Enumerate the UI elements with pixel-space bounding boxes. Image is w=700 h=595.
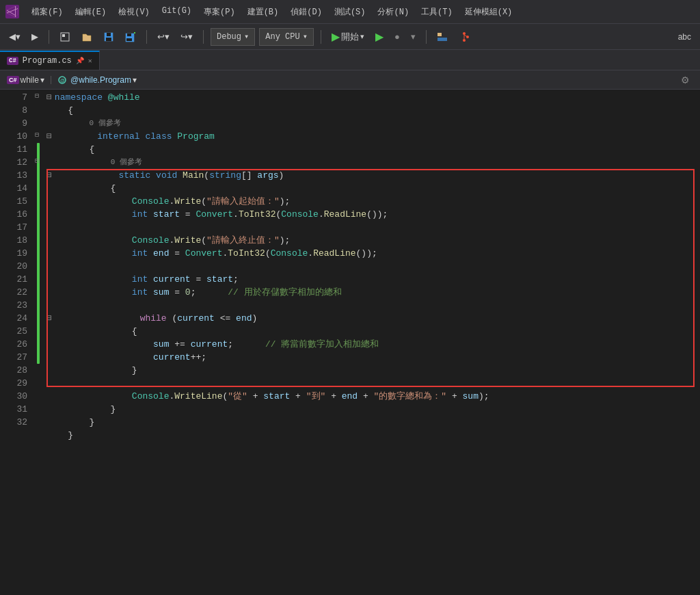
menu-git[interactable]: Git(G) (157, 3, 197, 21)
debug-btn3[interactable]: ▾ (407, 29, 419, 44)
line-num-30: 30 (7, 390, 27, 403)
nav-csharp-icon: C# (7, 76, 19, 84)
start-button[interactable]: ▶ 開始 ▾ (328, 28, 368, 45)
toolbar-separator-4 (321, 30, 321, 44)
code-line-11[interactable]: ⊟ static void Main(string[] args) (44, 169, 700, 182)
code-line-28[interactable]: Console.WriteLine("從" + start + "到" + en… (44, 390, 700, 403)
line-num-21: 21 (7, 273, 27, 286)
git-button[interactable] (455, 29, 473, 44)
code-line-refcount2[interactable]: 0 個參考 (44, 156, 700, 169)
tab-bar: C# Program.cs 📌 ✕ (0, 50, 700, 70)
menu-debug[interactable]: 偵錯(D) (285, 3, 327, 21)
menu-build[interactable]: 建置(B) (242, 3, 284, 21)
start-without-debug-button[interactable]: ▶ (372, 28, 387, 45)
save-all-button[interactable] (122, 29, 139, 44)
line-num-15: 15 (7, 195, 27, 208)
code-line-15[interactable] (44, 221, 700, 234)
tab-program-cs[interactable]: C# Program.cs 📌 ✕ (0, 51, 100, 70)
line-num-20: 20 (7, 260, 27, 273)
code-line-26[interactable]: } (44, 364, 700, 377)
menu-project[interactable]: 專案(P) (198, 3, 241, 21)
tab-filename: Program.cs (23, 56, 72, 66)
svg-rect-3 (107, 33, 111, 36)
code-line-16[interactable]: Console.Write("請輸入終止值："); (44, 234, 700, 247)
tab-close-button[interactable]: ✕ (88, 57, 92, 65)
debug-btn2[interactable]: ● (391, 29, 403, 44)
code-line-9[interactable]: 0 個參考 (44, 117, 700, 130)
code-line-21[interactable] (44, 299, 700, 312)
menu-edit[interactable]: 編輯(E) (70, 3, 112, 21)
nav-settings-button[interactable]: ⚙ (677, 72, 693, 88)
line-num-10: 10 (7, 130, 27, 143)
code-line-29[interactable]: } (44, 403, 700, 416)
code-line-10[interactable]: { (44, 143, 700, 156)
line-num-7: 7 (7, 91, 27, 104)
debug-config-dropdown[interactable]: Debug ▾ (211, 28, 255, 46)
code-line-18[interactable] (44, 260, 700, 273)
code-line-30[interactable]: } (44, 416, 700, 429)
abc-button[interactable]: abc (675, 30, 695, 44)
line-num-8: 8 (7, 104, 27, 117)
file-nav-dropdown[interactable]: C# while ▾ (7, 75, 44, 85)
vs-logo (5, 5, 19, 18)
line-num-26: 26 (7, 338, 27, 351)
code-line-31[interactable]: } (44, 429, 700, 442)
line-num-11: 11 (7, 143, 27, 156)
tab-pin-icon[interactable]: 📌 (76, 57, 84, 65)
line-num-12: 12 (7, 156, 27, 169)
code-line-22[interactable]: ⊟ while (current <= end) (44, 312, 700, 325)
toolbar-separator-2 (146, 30, 147, 44)
code-line-23[interactable]: { (44, 325, 700, 338)
back-button[interactable]: ◀▾ (5, 29, 24, 44)
menu-bar: 檔案(F) 編輯(E) 檢視(V) Git(G) 專案(P) 建置(B) 偵錯(… (26, 3, 517, 21)
open-button[interactable] (78, 29, 96, 44)
code-line-12[interactable]: { (44, 182, 700, 195)
collapse-7[interactable]: ⊟ (46, 91, 52, 104)
code-line-14[interactable]: int start = Convert.ToInt32(Console.Read… (44, 208, 700, 221)
code-line-19[interactable]: int current = start; (44, 273, 700, 286)
class-nav-dropdown[interactable]: @ @while.Program ▾ (57, 75, 137, 85)
menu-tools[interactable]: 工具(T) (416, 3, 458, 21)
code-line-32[interactable] (44, 442, 700, 455)
code-line-20[interactable]: int sum = 0; // 用於存儲數字相加的總和 (44, 286, 700, 299)
collapse-11[interactable]: ⊟ (46, 169, 52, 182)
code-area: 7 8 9 10 11 12 13 14 15 16 17 18 19 20 2… (0, 90, 700, 595)
svg-rect-7 (126, 38, 132, 41)
line-num-14: 14 (7, 182, 27, 195)
code-line-25[interactable]: current++; (44, 351, 700, 364)
menu-analyze[interactable]: 分析(N) (372, 3, 414, 21)
menu-test[interactable]: 測試(S) (329, 3, 371, 21)
save-button[interactable] (100, 29, 118, 44)
undo-button[interactable]: ↩▾ (154, 29, 173, 44)
code-line-13[interactable]: Console.Write("請輸入起始值："); (44, 195, 700, 208)
line-num-17: 17 (7, 221, 27, 234)
code-line-27[interactable] (44, 377, 700, 390)
menu-extensions[interactable]: 延伸模組(X) (459, 3, 518, 21)
code-line-7[interactable]: ⊟ namespace @while (44, 91, 700, 104)
line-num-32: 32 (7, 416, 27, 429)
line-num-16: 16 (7, 208, 27, 221)
code-content[interactable]: ⊟ namespace @while { 0 個參考 ⊟ internal cl… (44, 90, 700, 595)
menu-file[interactable]: 檔案(F) (26, 3, 68, 21)
svg-text:@: @ (60, 78, 65, 83)
redo-button[interactable]: ↪▾ (177, 29, 196, 44)
svg-rect-9 (438, 33, 442, 36)
svg-point-12 (463, 39, 466, 42)
code-line-24[interactable]: sum += current; // 將當前數字加入相加總和 (44, 338, 700, 351)
title-bar: 檔案(F) 編輯(E) 檢視(V) Git(G) 專案(P) 建置(B) 偵錯(… (0, 0, 700, 24)
code-line-9b[interactable]: ⊟ internal class Program (44, 130, 700, 143)
gutter: ⊟ ⊟ ⊟ (34, 90, 44, 595)
svg-rect-8 (134, 32, 135, 34)
modified-indicator-12 (37, 143, 40, 364)
line-num-29: 29 (7, 377, 27, 390)
collapse-22[interactable]: ⊟ (46, 312, 52, 325)
new-project-button[interactable] (56, 29, 74, 44)
collapse-9[interactable]: ⊟ (46, 130, 52, 143)
forward-button[interactable]: ▶ (28, 29, 42, 44)
cpu-dropdown[interactable]: Any CPU ▾ (259, 28, 314, 46)
line-num-9: 9 (7, 117, 27, 130)
code-line-8[interactable]: { (44, 104, 700, 117)
menu-view[interactable]: 檢視(V) (113, 3, 155, 21)
code-line-17[interactable]: int end = Convert.ToInt32(Console.ReadLi… (44, 247, 700, 260)
solution-explorer-button[interactable] (433, 29, 451, 44)
